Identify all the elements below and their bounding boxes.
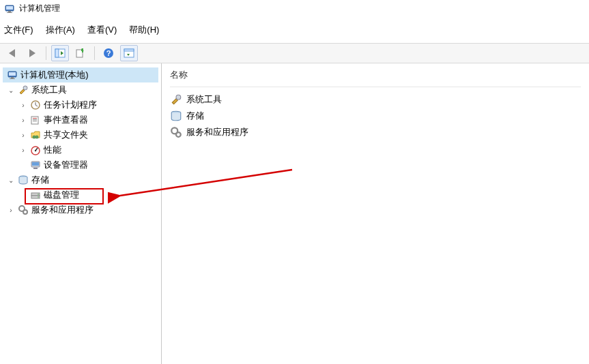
- tree-label: 设备管理器: [44, 159, 88, 171]
- svg-rect-13: [11, 77, 14, 78]
- toolbar-separator: [94, 46, 95, 60]
- device-icon: [30, 160, 41, 170]
- toolbar-separator: [46, 46, 46, 60]
- svg-rect-5: [55, 49, 59, 57]
- svg-rect-2: [8, 11, 11, 12]
- tree-label: 存储: [31, 174, 49, 186]
- svg-rect-12: [9, 72, 16, 76]
- svg-point-24: [35, 150, 36, 151]
- expander-icon[interactable]: ⌄: [7, 87, 15, 94]
- svg-point-38: [176, 132, 181, 137]
- tree-label: 性能: [44, 144, 61, 156]
- tree-shared-folders[interactable]: › 共享文件夹: [3, 127, 158, 142]
- performance-icon: [30, 145, 41, 155]
- expander-icon[interactable]: ⌄: [7, 177, 15, 184]
- svg-point-15: [23, 86, 27, 90]
- export-button[interactable]: [72, 45, 89, 61]
- svg-rect-14: [10, 78, 15, 79]
- tree-event-viewer[interactable]: › 事件查看器: [3, 112, 158, 127]
- app-icon: [4, 3, 15, 14]
- svg-rect-1: [6, 6, 13, 10]
- tree-disk-management[interactable]: 磁盘管理: [3, 187, 158, 202]
- svg-rect-3: [7, 12, 12, 13]
- svg-point-32: [38, 196, 39, 198]
- computer-icon: [7, 70, 18, 80]
- show-hide-tree-button[interactable]: [51, 45, 69, 61]
- svg-point-31: [38, 194, 39, 195]
- tools-icon: [18, 85, 29, 95]
- clock-icon: [30, 100, 41, 110]
- svg-rect-18: [33, 118, 37, 119]
- tools-icon: [170, 93, 182, 106]
- event-icon: [30, 115, 41, 125]
- tree-storage[interactable]: ⌄ 存储: [3, 172, 158, 187]
- body-split: 计算机管理(本地) ⌄ 系统工具 › 任务计划程序 › 事件查看器 ›: [0, 63, 589, 364]
- disk-icon: [30, 189, 41, 200]
- tree-device-manager[interactable]: 设备管理器: [3, 157, 158, 172]
- tree-services-apps[interactable]: › 服务和应用程序: [3, 202, 158, 217]
- list-item-label: 系统工具: [186, 93, 222, 106]
- menu-help[interactable]: 帮助(H): [129, 24, 159, 36]
- tree-performance[interactable]: › 性能: [3, 142, 158, 157]
- storage-icon: [170, 110, 182, 122]
- menu-view[interactable]: 查看(V): [87, 24, 117, 36]
- svg-point-34: [23, 210, 27, 214]
- svg-point-22: [35, 136, 39, 139]
- list-item-storage[interactable]: 存储: [170, 108, 581, 124]
- svg-point-35: [176, 95, 181, 100]
- menubar: 文件(F) 操作(A) 查看(V) 帮助(H): [0, 17, 589, 43]
- tree-label: 系统工具: [31, 84, 67, 96]
- tree-label: 共享文件夹: [44, 129, 88, 141]
- list-item-label: 服务和应用程序: [186, 126, 248, 138]
- titlebar: 计算机管理: [0, 0, 589, 17]
- expander-icon[interactable]: ›: [7, 207, 15, 214]
- svg-rect-26: [32, 162, 39, 166]
- tree-label: 任务计划程序: [44, 99, 97, 111]
- column-header-name[interactable]: 名称: [170, 67, 581, 87]
- shared-folder-icon: [30, 130, 41, 140]
- storage-icon: [18, 175, 29, 185]
- nav-forward-button[interactable]: [23, 45, 41, 61]
- svg-rect-27: [33, 168, 38, 169]
- services-icon: [18, 204, 29, 215]
- services-icon: [170, 126, 182, 138]
- tree-panel: 计算机管理(本地) ⌄ 系统工具 › 任务计划程序 › 事件查看器 ›: [0, 63, 162, 364]
- svg-rect-17: [31, 117, 38, 124]
- list-item-system-tools[interactable]: 系统工具: [170, 91, 581, 108]
- window-title: 计算机管理: [19, 3, 60, 14]
- svg-rect-20: [33, 121, 37, 121]
- menu-file[interactable]: 文件(F): [4, 24, 33, 36]
- tree-label: 事件查看器: [44, 114, 88, 126]
- tree-root[interactable]: 计算机管理(本地): [3, 67, 158, 82]
- svg-rect-19: [33, 119, 37, 120]
- list-item-services-apps[interactable]: 服务和应用程序: [170, 124, 581, 140]
- toolbar: ?: [0, 43, 589, 63]
- nav-back-button[interactable]: [3, 45, 20, 61]
- tree-label: 服务和应用程序: [31, 204, 94, 216]
- svg-text:?: ?: [106, 49, 111, 57]
- list-panel: 名称 系统工具 存储 服务和应用程序: [162, 63, 589, 364]
- list-item-label: 存储: [186, 110, 204, 122]
- tree-label: 磁盘管理: [44, 189, 79, 201]
- expander-icon[interactable]: ›: [19, 117, 27, 124]
- menu-action[interactable]: 操作(A): [46, 24, 75, 36]
- expander-icon[interactable]: ›: [19, 102, 27, 109]
- expander-icon[interactable]: ›: [19, 132, 27, 139]
- help-button[interactable]: ?: [100, 45, 117, 61]
- tree-label: 计算机管理(本地): [20, 69, 89, 81]
- tree-task-scheduler[interactable]: › 任务计划程序: [3, 97, 158, 112]
- expander-icon[interactable]: ›: [19, 147, 27, 154]
- tree-system-tools[interactable]: ⌄ 系统工具: [3, 82, 158, 97]
- svg-rect-10: [124, 49, 134, 51]
- properties-button[interactable]: [120, 45, 138, 61]
